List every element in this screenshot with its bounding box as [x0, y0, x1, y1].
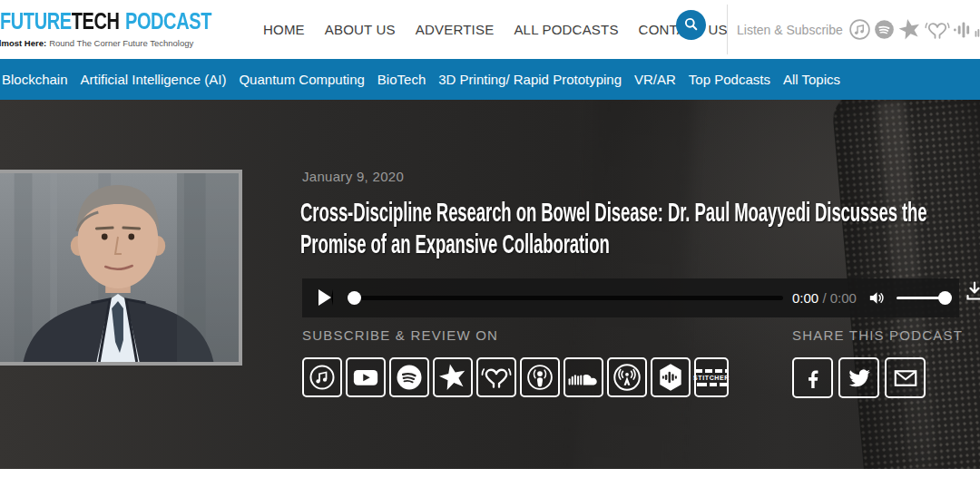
current-time: 0:00 [792, 290, 818, 306]
nav-about-us[interactable]: ABOUT US [325, 22, 396, 37]
download-icon [964, 291, 980, 305]
iheartradio-icon[interactable] [476, 357, 516, 397]
volume-slider[interactable] [897, 297, 949, 299]
tagline-rest: Round The Corner Future Technology [49, 38, 193, 48]
seek-bar[interactable] [349, 296, 783, 300]
star-icon[interactable] [433, 357, 473, 397]
google-podcasts-icon[interactable] [953, 20, 972, 40]
header-divider [727, 5, 728, 54]
download-button[interactable] [964, 280, 980, 302]
topic-3d-printing[interactable]: 3D Printing/ Rapid Prototyping [438, 72, 622, 87]
time-separator: / [822, 290, 826, 306]
facebook-icon[interactable] [792, 357, 833, 398]
subscribe-icon-row: STITCHER [302, 357, 729, 397]
play-button[interactable] [318, 289, 333, 306]
youtube-icon[interactable] [346, 357, 386, 397]
logo-part-future: FUTURE [0, 8, 72, 34]
radio-icon[interactable] [607, 357, 647, 397]
itunes-icon[interactable] [302, 357, 342, 397]
logo-part-tech: TECH [72, 8, 120, 34]
topic-biotech[interactable]: BioTech [377, 72, 426, 87]
stitcher-icon[interactable]: STITCHER [694, 357, 729, 397]
speaker-icon [867, 298, 887, 311]
topic-vr-ar[interactable]: VR/AR [634, 72, 676, 87]
guest-portrait-image [0, 170, 242, 366]
seek-handle[interactable] [348, 291, 361, 305]
mute-button[interactable] [867, 288, 887, 308]
itunes-icon[interactable] [848, 18, 871, 41]
logo-part-podcast: PODCAST [125, 8, 211, 34]
topic-top-podcasts[interactable]: Top Podcasts [689, 72, 770, 87]
twitter-icon[interactable] [838, 357, 879, 398]
iheartradio-icon[interactable] [925, 19, 950, 41]
topic-all-topics[interactable]: All Topics [783, 72, 840, 87]
episode-title: Cross-Discipline Research on Bowel Disea… [300, 196, 975, 260]
page: FUTURETECHPODCAST Almost Here:Round The … [0, 0, 980, 478]
soundcloud-icon[interactable] [564, 357, 603, 397]
episode-hero: January 9, 2020 Cross-Discipline Researc… [0, 100, 980, 469]
search-icon [682, 15, 700, 35]
tagline-lead: Almost Here: [0, 38, 46, 48]
main-nav: HOME ABOUT US ADVERTISE ALL PODCASTS CON… [263, 0, 728, 59]
email-icon[interactable] [885, 357, 926, 398]
spotify-icon[interactable] [874, 19, 895, 40]
topics-bar: Blockchain Artificial Intelligence (AI) … [0, 59, 980, 100]
apple-podcasts-icon[interactable] [520, 357, 560, 397]
search-button[interactable] [676, 10, 706, 40]
nav-advertise[interactable]: ADVERTISE [416, 22, 495, 37]
episode-date: January 9, 2020 [302, 169, 404, 184]
star-icon[interactable] [897, 17, 922, 42]
share-icon-row [792, 357, 926, 398]
site-header: FUTURETECHPODCAST Almost Here:Round The … [0, 0, 980, 59]
topic-artificial-intelligence[interactable]: Artificial Intelligence (AI) [81, 72, 227, 87]
nav-all-podcasts[interactable]: ALL PODCASTS [514, 22, 618, 37]
site-logo[interactable]: FUTURETECHPODCAST Almost Here:Round The … [0, 8, 264, 48]
castbox-icon[interactable] [651, 357, 691, 397]
stitcher-label: STITCHER [693, 375, 730, 381]
spotify-icon[interactable] [389, 357, 429, 397]
soundcloud-icon[interactable] [975, 20, 980, 40]
topic-quantum-computing[interactable]: Quantum Computing [239, 72, 364, 87]
logo-text: FUTURETECHPODCAST [0, 8, 211, 34]
nav-home[interactable]: HOME [263, 22, 305, 37]
volume-handle[interactable] [938, 291, 952, 305]
total-time: 0:00 [830, 290, 857, 306]
topic-blockchain[interactable]: Blockchain [2, 72, 68, 87]
subscribe-heading: SUBSCRIBE & REVIEW ON [302, 327, 498, 343]
listen-subscribe-bar: Listen & Subscribe [737, 0, 980, 59]
logo-tagline: Almost Here:Round The Corner Future Tech… [0, 38, 264, 48]
time-display: 0:00 / 0:00 [792, 290, 857, 306]
audio-player: 0:00 / 0:00 [302, 278, 959, 317]
share-heading: SHARE THIS PODCAST [792, 327, 963, 343]
stitcher-blocks-bottom [695, 383, 728, 386]
stitcher-blocks-top [695, 369, 728, 373]
bottom-strip [0, 469, 980, 478]
listen-subscribe-label: Listen & Subscribe [737, 23, 843, 37]
